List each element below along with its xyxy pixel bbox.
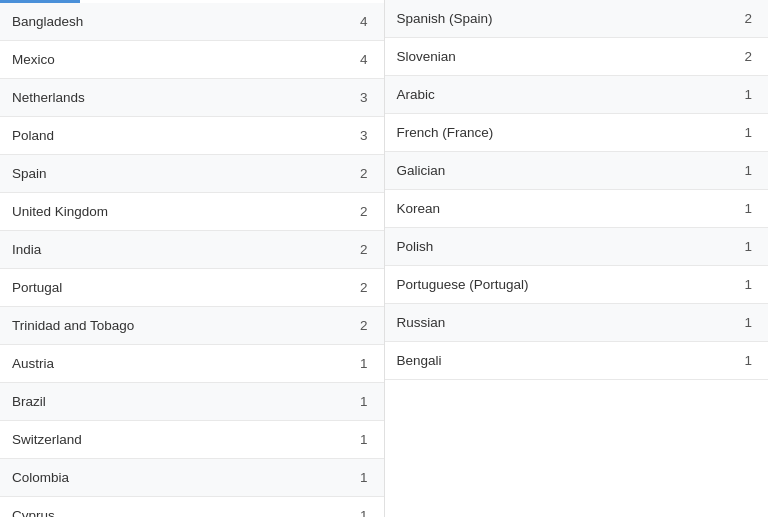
country-name: Colombia — [0, 470, 334, 485]
country-name: Austria — [0, 356, 334, 371]
language-name: Slovenian — [385, 49, 719, 64]
left-column: Bangladesh4Mexico4Netherlands3Poland3Spa… — [0, 0, 385, 517]
table-row: Slovenian2 — [385, 38, 769, 76]
language-count: 1 — [718, 163, 768, 178]
table-row: Brazil1 — [0, 383, 384, 421]
country-name: Netherlands — [0, 90, 334, 105]
page-container: Bangladesh4Mexico4Netherlands3Poland3Spa… — [0, 0, 768, 517]
country-count: 2 — [334, 280, 384, 295]
country-name: Bangladesh — [0, 14, 334, 29]
country-name: Mexico — [0, 52, 334, 67]
table-row: Galician1 — [385, 152, 769, 190]
table-row: Portuguese (Portugal)1 — [385, 266, 769, 304]
table-row: United Kingdom2 — [0, 193, 384, 231]
language-count: 1 — [718, 353, 768, 368]
table-row: India2 — [0, 231, 384, 269]
table-row: Spanish (Spain)2 — [385, 0, 769, 38]
table-row: French (France)1 — [385, 114, 769, 152]
country-count: 1 — [334, 394, 384, 409]
table-row: Mexico4 — [0, 41, 384, 79]
table-row: Bengali1 — [385, 342, 769, 380]
country-name: India — [0, 242, 334, 257]
country-count: 4 — [334, 52, 384, 67]
table-row: Spain2 — [0, 155, 384, 193]
language-name: Bengali — [385, 353, 719, 368]
country-count: 3 — [334, 128, 384, 143]
country-count: 1 — [334, 432, 384, 447]
language-count: 1 — [718, 239, 768, 254]
language-name: Spanish (Spain) — [385, 11, 719, 26]
country-name: Cyprus — [0, 508, 334, 517]
country-count: 2 — [334, 242, 384, 257]
right-table: Spanish (Spain)2Slovenian2Arabic1French … — [385, 0, 769, 380]
country-count: 1 — [334, 470, 384, 485]
country-count: 4 — [334, 14, 384, 29]
country-name: Switzerland — [0, 432, 334, 447]
language-count: 1 — [718, 277, 768, 292]
language-count: 1 — [718, 87, 768, 102]
country-count: 2 — [334, 204, 384, 219]
table-row: Colombia1 — [0, 459, 384, 497]
table-row: Polish1 — [385, 228, 769, 266]
country-name: Poland — [0, 128, 334, 143]
language-name: Polish — [385, 239, 719, 254]
country-name: Spain — [0, 166, 334, 181]
country-count: 2 — [334, 166, 384, 181]
country-count: 1 — [334, 508, 384, 517]
table-row: Austria1 — [0, 345, 384, 383]
country-name: Brazil — [0, 394, 334, 409]
language-name: Portuguese (Portugal) — [385, 277, 719, 292]
table-row: Portugal2 — [0, 269, 384, 307]
country-count: 3 — [334, 90, 384, 105]
language-count: 2 — [718, 49, 768, 64]
language-count: 2 — [718, 11, 768, 26]
country-count: 1 — [334, 356, 384, 371]
language-count: 1 — [718, 315, 768, 330]
table-row: Trinidad and Tobago2 — [0, 307, 384, 345]
table-row: Switzerland1 — [0, 421, 384, 459]
country-name: Portugal — [0, 280, 334, 295]
country-count: 2 — [334, 318, 384, 333]
table-row: Korean1 — [385, 190, 769, 228]
right-column: Spanish (Spain)2Slovenian2Arabic1French … — [385, 0, 769, 517]
table-row: Bangladesh4 — [0, 3, 384, 41]
table-row: Arabic1 — [385, 76, 769, 114]
language-name: Galician — [385, 163, 719, 178]
language-count: 1 — [718, 125, 768, 140]
table-row: Cyprus1 — [0, 497, 384, 517]
language-name: Arabic — [385, 87, 719, 102]
table-row: Russian1 — [385, 304, 769, 342]
language-count: 1 — [718, 201, 768, 216]
language-name: Korean — [385, 201, 719, 216]
table-row: Netherlands3 — [0, 79, 384, 117]
language-name: Russian — [385, 315, 719, 330]
language-name: French (France) — [385, 125, 719, 140]
country-name: United Kingdom — [0, 204, 334, 219]
table-row: Poland3 — [0, 117, 384, 155]
country-name: Trinidad and Tobago — [0, 318, 334, 333]
left-table: Bangladesh4Mexico4Netherlands3Poland3Spa… — [0, 3, 384, 517]
